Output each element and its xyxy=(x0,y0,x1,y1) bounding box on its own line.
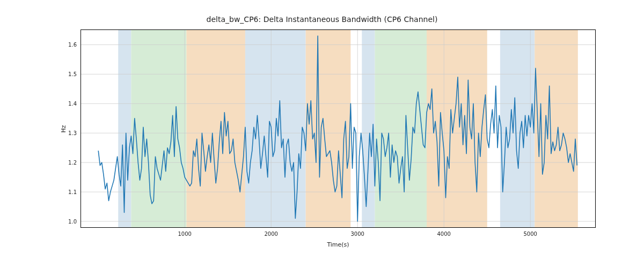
shaded-span xyxy=(186,30,245,227)
shaded-span xyxy=(500,30,535,227)
shaded-spans-group xyxy=(118,30,578,227)
figure: delta_bw_CP6: Delta Instantaneous Bandwi… xyxy=(0,0,644,268)
plot-svg xyxy=(81,30,595,227)
y-tick-label: 1.6 xyxy=(55,42,77,48)
y-tick-label: 1.4 xyxy=(55,101,77,107)
x-tick-label: 4000 xyxy=(437,231,451,237)
y-tick-label: 1.0 xyxy=(55,219,77,225)
x-tick-label: 2000 xyxy=(264,231,277,237)
shaded-span xyxy=(131,30,186,227)
x-axis-label: Time(s) xyxy=(80,241,596,248)
x-tick-label: 5000 xyxy=(524,231,537,237)
y-tick-label: 1.5 xyxy=(55,71,77,77)
y-tick-label: 1.2 xyxy=(55,160,77,166)
y-axis-label: Hz xyxy=(60,29,67,228)
shaded-span xyxy=(375,30,427,227)
chart-title: delta_bw_CP6: Delta Instantaneous Bandwi… xyxy=(0,15,644,24)
x-tick-label: 3000 xyxy=(350,231,364,237)
axes-frame: 10002000300040005000 1.01.11.21.31.41.51… xyxy=(80,29,596,228)
y-tick-label: 1.3 xyxy=(55,130,77,136)
y-tick-label: 1.1 xyxy=(55,189,77,195)
x-tick-label: 1000 xyxy=(178,231,191,237)
